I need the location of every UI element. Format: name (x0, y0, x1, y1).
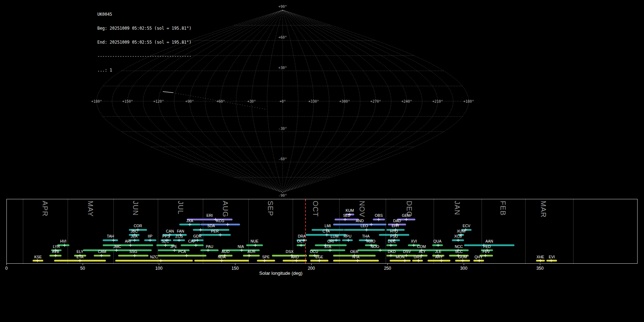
shower-code-label: CTA (320, 229, 332, 233)
shower-code-label: SPE (260, 255, 272, 259)
peak-marker (220, 259, 223, 262)
shower-code-label: SZC (159, 239, 171, 243)
shower-code-label: HVI (57, 239, 69, 243)
peak-marker (115, 249, 118, 252)
peak-marker (78, 259, 82, 262)
shower-code-label: EGE (313, 255, 326, 259)
shower-code-label: ORI (325, 239, 337, 243)
shower-code-label: DSX (283, 250, 296, 254)
shower-code-label: LUM (328, 234, 341, 238)
month-label: SEP (266, 201, 274, 216)
latitude-label: +30° (278, 66, 287, 70)
peak-marker (240, 249, 243, 252)
x-tick-mark (6, 264, 7, 265)
shower-code-label: JBC (128, 229, 140, 233)
month-boundary-line (525, 199, 526, 263)
peak-marker (347, 239, 350, 242)
month-label: MAY (86, 201, 94, 217)
shower-code-label: SLD (341, 214, 353, 218)
shower-code-label: DKD (386, 250, 398, 254)
shower-code-label: PPS (160, 234, 172, 238)
peak-marker (159, 259, 162, 262)
observation-info-block: UK0045 Beg: 20251009 05:02:55 (sol = 195… (97, 3, 191, 82)
shower-code-label: EVI (546, 255, 558, 259)
peak-marker (148, 239, 152, 242)
longitude-label: +150° (122, 99, 133, 103)
peak-marker (248, 254, 251, 257)
shower-code-label: KSE (32, 255, 44, 259)
shower-code-label: FED (481, 245, 493, 249)
month-label: MAR (539, 201, 547, 218)
shower-code-label: ARI (122, 239, 134, 243)
peak-marker (539, 259, 542, 262)
peak-marker (63, 244, 66, 247)
shower-code-label: ELY (74, 250, 86, 254)
peak-marker (412, 244, 415, 247)
peak-marker (129, 244, 132, 247)
shower-code-label: ETA (74, 255, 86, 259)
peak-marker (389, 244, 392, 247)
peak-marker (325, 233, 328, 236)
peak-marker (206, 249, 210, 252)
month-label: NOV (358, 201, 366, 217)
shower-code-label: COM (415, 245, 428, 249)
shower-code-label: OER (348, 250, 361, 254)
peak-marker (100, 254, 103, 257)
shower-code-label: PSU (388, 234, 400, 238)
shower-code-label: JMC (111, 245, 123, 249)
shower-code-label: OBS (373, 214, 385, 218)
shower-bar (428, 260, 450, 262)
peak-marker (194, 244, 197, 247)
shower-code-label: PER (209, 229, 221, 233)
longitude-label: +60° (216, 99, 225, 103)
peak-marker (133, 254, 136, 257)
month-label: JUN (131, 201, 140, 216)
peak-marker (164, 244, 167, 247)
x-tick-mark (83, 264, 83, 265)
shower-code-label: FEV (480, 250, 492, 254)
longitude-label: +330° (308, 99, 319, 103)
shower-code-label: AUD (219, 250, 231, 254)
shower-code-label: KCG (214, 219, 226, 223)
month-label: JAN (453, 201, 461, 215)
shower-code-label: ZCS (173, 234, 185, 238)
latitude-label: -30° (278, 127, 287, 131)
meridian-gridline (283, 10, 438, 192)
longitude-label: +30° (247, 99, 256, 103)
shower-code-label: JXA (184, 219, 196, 223)
shower-code-label: GDR (191, 234, 204, 238)
shower-code-label: SSG (127, 250, 140, 254)
x-tick-label: 0 (0, 266, 14, 271)
x-tick-label: 200 (304, 266, 318, 271)
shower-code-label: URS (411, 255, 424, 259)
shower-code-label: DSV (401, 250, 413, 254)
meteor-trail (163, 92, 173, 93)
shower-code-label: DEC (386, 239, 398, 243)
peak-marker (295, 259, 298, 262)
month-boundary-line (158, 199, 158, 263)
peak-marker (405, 218, 408, 221)
shower-code-label: AVB (49, 250, 62, 254)
shower-code-label: COR (132, 224, 144, 228)
current-sol-line (305, 199, 306, 263)
latitude-label: -60° (278, 157, 287, 161)
peak-marker (436, 244, 440, 247)
longitude-label: +300° (339, 99, 350, 103)
shower-code-label: QHY (473, 255, 485, 259)
x-tick-label: 100 (152, 266, 166, 271)
x-tick-mark (387, 264, 388, 265)
shower-code-label: XHE (534, 255, 546, 259)
latitude-label: -90° (278, 194, 287, 197)
peak-marker (318, 259, 321, 262)
peak-marker (417, 259, 420, 262)
peak-marker (173, 249, 176, 252)
longitude-label: +180° (91, 99, 102, 103)
shower-code-label: IIP (144, 234, 156, 238)
peak-marker (440, 259, 443, 262)
shower-bar (390, 260, 411, 262)
longitude-label: +90° (185, 99, 194, 103)
shower-code-label: SDA (205, 224, 217, 228)
peak-marker (389, 254, 392, 257)
shower-code-label: SCC (453, 250, 465, 254)
peak-marker (263, 259, 266, 262)
